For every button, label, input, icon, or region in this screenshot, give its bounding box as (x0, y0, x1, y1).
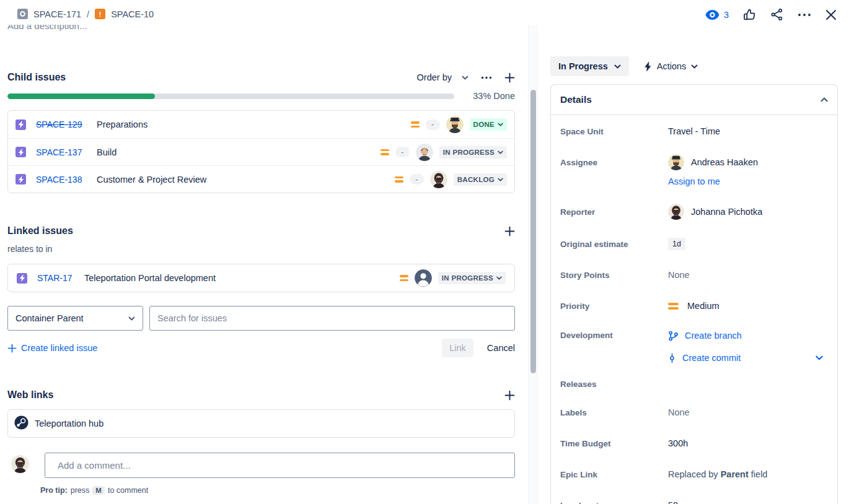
linked-issues-title: Linked issues (7, 225, 73, 237)
linked-issue-row[interactable]: STAR-17 Teleportation Portal development… (7, 264, 515, 292)
scrollbar-thumb[interactable] (530, 90, 536, 373)
field-label: Story Points (560, 271, 668, 280)
web-link-row[interactable]: Teleportation hub (7, 409, 515, 438)
field-label: Reporter (560, 207, 668, 217)
branch-icon (668, 331, 679, 341)
status-dropdown-button[interactable]: In Progress (550, 56, 629, 76)
plus-icon (7, 344, 17, 353)
child-progress: 33% Done (7, 91, 515, 101)
issue-detail-page: SPACE-171 / ! SPACE-10 3 Add a descripti… (0, 0, 849, 504)
reporter-name: Johanna Pichotka (691, 207, 762, 217)
create-commit-link[interactable]: Create commit (668, 347, 828, 369)
status-label: IN PROGRESS (443, 149, 495, 156)
actions-dropdown-button[interactable]: Actions (644, 61, 698, 72)
more-actions-icon[interactable] (798, 13, 811, 17)
chevron-down-icon (498, 178, 503, 181)
assignee-value[interactable]: Andreas Haaken (668, 154, 828, 170)
watchers-button[interactable]: 3 (705, 10, 729, 20)
status-dropdown[interactable]: IN PROGRESS (438, 272, 506, 284)
issue-summary[interactable]: Build (97, 147, 117, 157)
status-button-label: In Progress (558, 61, 608, 71)
issue-key-link[interactable]: SPACE-138 (36, 175, 89, 185)
comment-section (7, 453, 515, 478)
details-panel: Details Space Unit Travel - Time Assigne… (550, 84, 838, 504)
priority-medium-icon (668, 303, 679, 310)
link-button[interactable]: Link (442, 339, 473, 357)
chevron-down-icon (816, 355, 823, 360)
space-unit-value[interactable]: Travel - Time (668, 126, 828, 136)
description-area[interactable]: Add a description... (7, 25, 87, 35)
issue-type-icon (15, 174, 26, 185)
add-comment-input[interactable] (45, 453, 515, 478)
field-label: hourly rate (560, 501, 668, 504)
issue-summary[interactable]: Customer & Project Review (97, 175, 206, 185)
protip-text: press (71, 486, 90, 495)
story-points-value[interactable]: None (668, 270, 828, 280)
hourly-rate-value[interactable]: 50 (668, 500, 828, 504)
assignee-avatar[interactable] (446, 116, 464, 133)
field-labels: Labels None (560, 399, 828, 426)
estimate-badge[interactable]: - (426, 119, 440, 130)
issue-key-link[interactable]: SPACE-137 (36, 147, 89, 157)
cancel-button[interactable]: Cancel (487, 343, 515, 353)
web-link-label[interactable]: Teleportation hub (35, 419, 103, 428)
child-issue-row[interactable]: SPACE-138 Customer & Project Review - BA… (8, 165, 514, 193)
current-user-avatar[interactable] (11, 455, 29, 473)
comment-protip: Pro tip: press M to comment (40, 486, 148, 495)
linked-issues-header: Linked issues (7, 223, 515, 239)
order-by-dropdown[interactable]: Order by (417, 72, 468, 82)
create-branch-link[interactable]: Create branch (668, 324, 828, 347)
priority-medium-icon (400, 275, 408, 281)
epic-link-value: Replaced by Parent field (668, 469, 828, 479)
share-icon[interactable] (770, 8, 783, 21)
issue-key-link[interactable]: STAR-17 (37, 273, 77, 283)
default-avatar[interactable] (415, 269, 432, 287)
link-type-select[interactable]: Container Parent (7, 306, 143, 331)
issue-summary[interactable]: Preparations (97, 119, 147, 129)
assign-to-me-link[interactable]: Assign to me (668, 176, 828, 186)
estimate-badge[interactable]: - (395, 147, 410, 157)
time-budget-value[interactable]: 300h (668, 438, 828, 448)
field-label: Development (560, 324, 668, 340)
scrollbar-track[interactable] (528, 25, 538, 504)
field-assignee: Assignee Andreas Haaken Assign to me (560, 149, 828, 193)
add-child-issue-icon[interactable] (504, 72, 515, 83)
original-estimate-value[interactable]: 1d (668, 238, 685, 250)
close-icon[interactable] (825, 9, 837, 20)
issue-summary[interactable]: Teleportation Portal development (84, 273, 216, 283)
details-title: Details (560, 94, 592, 105)
child-issues-more-icon[interactable] (481, 76, 492, 79)
description-placeholder: Add a description... (7, 25, 87, 31)
chevron-down-icon (614, 64, 621, 69)
priority-value[interactable]: Medium (668, 301, 828, 311)
reporter-value[interactable]: Johanna Pichotka (668, 204, 828, 220)
search-issues-input[interactable] (149, 306, 515, 331)
field-label: Priority (560, 302, 668, 311)
status-dropdown[interactable]: DONE (470, 118, 507, 131)
field-label: Releases (560, 380, 668, 389)
child-issue-row[interactable]: SPACE-129 Preparations - DONE (8, 111, 514, 138)
field-label: Labels (560, 408, 668, 417)
create-linked-issue-link[interactable]: Create linked issue (7, 343, 97, 353)
field-label: Epic Link (560, 470, 668, 479)
child-issue-row[interactable]: SPACE-137 Build - IN PROGRESS (8, 138, 514, 165)
labels-value[interactable]: None (668, 407, 828, 417)
add-linked-issue-icon[interactable] (504, 226, 515, 237)
protip-key: M (92, 486, 105, 495)
status-dropdown[interactable]: IN PROGRESS (439, 146, 507, 159)
like-button[interactable] (743, 8, 756, 21)
chevron-up-icon (820, 97, 828, 102)
priority-medium-icon (395, 176, 403, 183)
assignee-avatar[interactable] (416, 144, 433, 161)
create-linked-issue-label: Create linked issue (21, 343, 97, 353)
assignee-avatar[interactable] (430, 171, 447, 188)
add-web-link-icon[interactable] (504, 390, 515, 401)
create-commit-label: Create commit (682, 353, 741, 363)
child-issues-title: Child issues (7, 72, 66, 83)
chevron-down-icon (496, 276, 502, 280)
issue-key-link[interactable]: SPACE-129 (36, 119, 89, 129)
details-panel-header[interactable]: Details (551, 85, 837, 115)
status-dropdown[interactable]: BACKLOG (454, 173, 507, 186)
estimate-badge[interactable]: - (410, 174, 424, 185)
status-label: DONE (473, 121, 495, 128)
